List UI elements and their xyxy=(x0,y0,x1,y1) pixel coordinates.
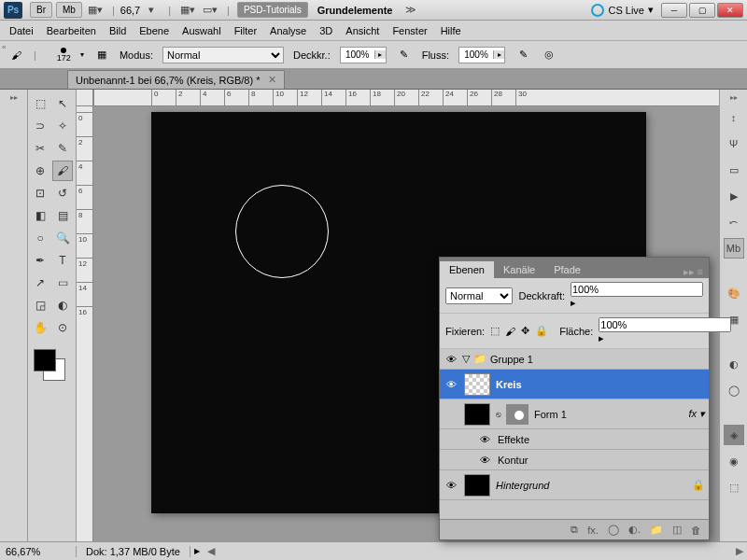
panel-menu-icon[interactable]: ▸▸ ≡ xyxy=(684,266,709,278)
swatches-icon[interactable]: Ψ xyxy=(724,133,744,154)
window-minimize-button[interactable]: ─ xyxy=(661,3,687,18)
crop-tool[interactable]: ✂ xyxy=(30,138,50,159)
visibility-icon[interactable]: 👁 xyxy=(477,455,492,466)
layer-group[interactable]: 👁 ▽ 📁 Gruppe 1 xyxy=(440,349,709,370)
link-icon[interactable]: ⎋ xyxy=(496,410,500,419)
color-icon[interactable]: 🎨 xyxy=(724,283,744,303)
layer-thumb[interactable] xyxy=(464,474,490,497)
3d-camera-tool[interactable]: ◐ xyxy=(52,295,73,315)
layers-panel[interactable]: Ebenen Kanäle Pfade ▸▸ ≡ Normal Deckkraf… xyxy=(439,257,710,540)
visibility-icon[interactable]: 👁 xyxy=(444,480,458,491)
lock-pixels-icon[interactable]: ⬚ xyxy=(490,325,500,337)
airbrush-icon[interactable]: ✎ xyxy=(514,47,531,63)
collapse-icon[interactable]: « xyxy=(2,43,11,52)
delete-layer-icon[interactable]: 🗑 xyxy=(691,525,701,536)
healing-tool[interactable]: ⊕ xyxy=(30,161,50,181)
pressure-opacity-icon[interactable]: ✎ xyxy=(396,47,413,63)
foreground-color[interactable] xyxy=(34,349,56,371)
history-icon[interactable]: ↕ xyxy=(724,107,744,128)
ruler-corner[interactable] xyxy=(77,90,93,106)
ruler-vertical[interactable]: 0246810121416 xyxy=(77,106,93,541)
history-panel-icon[interactable]: ⤺ xyxy=(724,212,744,232)
pen-tool[interactable]: ✒ xyxy=(30,250,50,271)
visibility-icon[interactable]: 👁 xyxy=(444,379,458,390)
tab-kanaele[interactable]: Kanäle xyxy=(494,261,544,278)
menu-filter[interactable]: Filter xyxy=(234,25,257,36)
link-layers-icon[interactable]: ⧉ xyxy=(571,524,578,536)
new-layer-icon[interactable]: ◫ xyxy=(672,524,682,536)
mask-button-icon[interactable]: ◯ xyxy=(608,524,619,536)
window-close-button[interactable]: ✕ xyxy=(717,3,743,18)
dropdown-icon[interactable]: ▾ xyxy=(143,3,160,18)
layer-kreis[interactable]: 👁 Kreis xyxy=(440,370,709,399)
history-brush-tool[interactable]: ↺ xyxy=(52,183,73,203)
lock-move-icon[interactable]: ✥ xyxy=(521,325,529,337)
brush-tool[interactable]: 🖌 xyxy=(52,161,73,181)
menu-bild[interactable]: Bild xyxy=(109,25,126,36)
path-tool[interactable]: ↗ xyxy=(30,273,50,293)
mask-icon[interactable]: ◯ xyxy=(724,380,744,400)
lasso-tool[interactable]: ⊃ xyxy=(30,116,50,136)
fx-button-icon[interactable]: fx. xyxy=(587,525,599,536)
mask-thumb[interactable] xyxy=(506,404,529,425)
menu-3d[interactable]: 3D xyxy=(319,25,332,36)
collapse-right-icon[interactable]: ▸▸ xyxy=(730,93,738,102)
minibridge-button[interactable]: Mb xyxy=(56,2,82,18)
layers-icon[interactable]: ◈ xyxy=(724,425,744,445)
type-tool[interactable]: T xyxy=(52,250,73,271)
status-zoom[interactable]: 66,67% xyxy=(0,546,77,557)
layer-thumb[interactable] xyxy=(464,403,490,426)
layer-opacity-input[interactable]: ▸ xyxy=(571,282,703,309)
flow-input[interactable]: ▸ xyxy=(458,47,505,63)
dodge-tool[interactable]: 🔍 xyxy=(52,228,73,248)
lock-brush-icon[interactable]: 🖌 xyxy=(505,326,515,337)
menu-auswahl[interactable]: Auswahl xyxy=(182,25,221,36)
zoom-tool[interactable]: ⊙ xyxy=(52,317,73,338)
layer-background[interactable]: 👁 Hintergrund 🔒 xyxy=(440,470,709,500)
layer-fill-input[interactable]: ▸ xyxy=(599,317,731,344)
pressure-size-icon[interactable]: ◎ xyxy=(541,47,557,63)
color-swatches[interactable] xyxy=(30,349,71,386)
grid-icon[interactable]: ▦▾ xyxy=(179,3,196,18)
expand-icon[interactable]: ▽ xyxy=(462,353,470,365)
channels-icon[interactable]: ◉ xyxy=(724,451,744,471)
tab-pfade[interactable]: Pfade xyxy=(544,261,590,278)
menu-fenster[interactable]: Fenster xyxy=(392,25,427,36)
brush-panel-icon[interactable]: ▦ xyxy=(93,47,110,63)
workspace-psdtut-button[interactable]: PSD-Tutorials xyxy=(237,2,308,18)
eraser-tool[interactable]: ◧ xyxy=(30,205,50,226)
scroll-left-icon[interactable]: ◀ xyxy=(204,545,218,557)
shape-tool[interactable]: ▭ xyxy=(52,273,73,293)
3d-tool[interactable]: ◲ xyxy=(30,295,50,315)
tab-ebenen[interactable]: Ebenen xyxy=(440,261,494,278)
visibility-icon[interactable]: 👁 xyxy=(477,434,492,445)
actions-icon[interactable]: ▶ xyxy=(724,186,744,206)
opacity-input[interactable]: ▸ xyxy=(340,47,387,63)
layer-blend-select[interactable]: Normal xyxy=(445,287,513,304)
cslive-button[interactable]: CS Live ▾ xyxy=(591,4,654,17)
menu-hilfe[interactable]: Hilfe xyxy=(441,25,461,36)
horizontal-scrollbar[interactable]: ◀ ▶ xyxy=(204,545,747,557)
lock-all-icon[interactable]: 🔒 xyxy=(535,325,548,337)
minibridge-icon[interactable]: Mb xyxy=(724,238,744,259)
new-group-icon[interactable]: 📁 xyxy=(650,524,663,536)
menu-analyse[interactable]: Analyse xyxy=(270,25,306,36)
fx-icon[interactable]: fx ▾ xyxy=(688,408,705,420)
more-workspaces-icon[interactable]: ≫ xyxy=(402,3,419,18)
move-tool2[interactable]: ↖ xyxy=(52,93,73,114)
layer-thumb[interactable] xyxy=(464,373,490,396)
adjust-icon[interactable]: ◐ xyxy=(724,354,744,374)
titlebar-zoom[interactable]: 66,7 xyxy=(120,5,140,16)
effects-row[interactable]: 👁 Effekte xyxy=(440,429,709,450)
workspace-grund-button[interactable]: Grundelemente xyxy=(310,3,401,18)
layout-icon[interactable]: ▦▾ xyxy=(87,3,104,18)
bridge-button[interactable]: Br xyxy=(30,2,52,18)
move-tool[interactable]: ⬚ xyxy=(30,93,50,114)
visibility-icon[interactable]: 👁 xyxy=(444,354,458,365)
blend-mode-select[interactable]: Normal xyxy=(162,47,284,63)
window-maximize-button[interactable]: ▢ xyxy=(689,3,715,18)
left-collapse-strip[interactable]: ▸▸ xyxy=(0,90,28,541)
brush-preset-picker[interactable]: 172 xyxy=(57,48,71,63)
ruler-horizontal[interactable]: 024681012141618202224262830 xyxy=(93,90,719,106)
close-tab-icon[interactable]: ✕ xyxy=(268,74,276,86)
